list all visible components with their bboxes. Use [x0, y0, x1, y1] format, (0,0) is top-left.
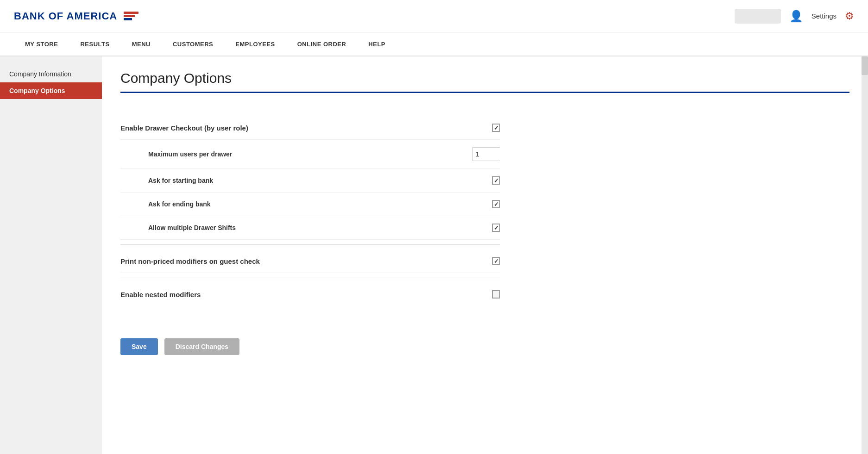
ask-ending-bank-checkbox[interactable] — [492, 200, 500, 208]
logo-text: BANK OF AMERICA — [14, 10, 117, 22]
section-separator-2 — [120, 278, 500, 278]
content-area: Company Options Enable Drawer Checkout (… — [102, 56, 868, 454]
discard-button[interactable]: Discard Changes — [164, 338, 239, 355]
section-separator-1 — [120, 244, 500, 245]
sidebar-item-company-options[interactable]: Company Options — [0, 82, 102, 99]
nav-item-customers[interactable]: CUSTOMERS — [162, 32, 224, 56]
main-nav: MY STORE RESULTS MENU CUSTOMERS EMPLOYEE… — [0, 32, 868, 56]
allow-multiple-shifts-checkbox[interactable] — [492, 224, 500, 232]
print-modifiers-label: Print non-priced modifiers on guest chec… — [120, 257, 260, 265]
ask-starting-bank-label: Ask for starting bank — [120, 177, 213, 184]
ask-starting-bank-control — [492, 176, 500, 185]
main-layout: Company Information Company Options Comp… — [0, 56, 868, 454]
gear-icon[interactable]: ⚙ — [845, 10, 854, 22]
option-row-allow-multiple-shifts: Allow multiple Drawer Shifts — [120, 216, 500, 240]
nav-item-employees[interactable]: EMPLOYEES — [224, 32, 286, 56]
ask-ending-bank-control — [492, 200, 500, 208]
flag-stripe-red — [124, 12, 138, 14]
nav-item-help[interactable]: HELP — [357, 32, 396, 56]
nested-modifiers-label: Enable nested modifiers — [120, 291, 201, 299]
option-row-enable-drawer-checkout: Enable Drawer Checkout (by user role) — [120, 116, 500, 140]
action-bar: Save Discard Changes — [120, 324, 849, 360]
nav-item-online-order[interactable]: ONLINE ORDER — [286, 32, 358, 56]
max-users-control — [472, 147, 500, 161]
allow-multiple-shifts-label: Allow multiple Drawer Shifts — [120, 224, 236, 231]
header-right: 👤 Settings ⚙ — [735, 9, 854, 24]
user-icon[interactable]: 👤 — [789, 10, 803, 23]
enable-drawer-checkout-label: Enable Drawer Checkout (by user role) — [120, 124, 248, 132]
sidebar: Company Information Company Options — [0, 56, 102, 454]
scroll-thumb[interactable] — [862, 56, 868, 75]
flag-stripe-blue — [124, 18, 132, 20]
option-row-print-modifiers: Print non-priced modifiers on guest chec… — [120, 249, 500, 273]
option-row-ask-starting-bank: Ask for starting bank — [120, 169, 500, 193]
nav-item-my-store[interactable]: MY STORE — [14, 32, 69, 56]
page-title: Company Options — [120, 70, 849, 86]
option-row-max-users: Maximum users per drawer — [120, 140, 500, 169]
ask-ending-bank-label: Ask for ending bank — [120, 200, 211, 208]
header-search-box[interactable] — [735, 9, 781, 24]
print-modifiers-control — [492, 257, 500, 265]
nav-item-menu[interactable]: MENU — [121, 32, 162, 56]
save-button[interactable]: Save — [120, 338, 158, 355]
logo: BANK OF AMERICA — [14, 10, 138, 22]
settings-label[interactable]: Settings — [811, 12, 837, 20]
max-users-label: Maximum users per drawer — [120, 150, 232, 158]
enable-drawer-checkout-checkbox[interactable] — [492, 124, 500, 132]
nav-item-results[interactable]: RESULTS — [69, 32, 120, 56]
options-section: Enable Drawer Checkout (by user role) Ma… — [120, 107, 500, 315]
header: BANK OF AMERICA 👤 Settings ⚙ — [0, 0, 868, 32]
max-users-input[interactable] — [472, 147, 500, 161]
option-row-ask-ending-bank: Ask for ending bank — [120, 193, 500, 216]
flag-stripe-red2 — [124, 15, 135, 17]
scroll-track — [862, 56, 868, 454]
title-divider — [120, 92, 849, 93]
enable-drawer-checkout-control — [492, 124, 500, 132]
option-row-nested-modifiers: Enable nested modifiers — [120, 283, 500, 306]
nested-modifiers-control — [492, 290, 500, 299]
logo-flag — [124, 12, 138, 20]
sidebar-item-company-information[interactable]: Company Information — [0, 66, 102, 82]
allow-multiple-shifts-control — [492, 224, 500, 232]
nested-modifiers-checkbox[interactable] — [492, 290, 500, 299]
print-modifiers-checkbox[interactable] — [492, 257, 500, 265]
ask-starting-bank-checkbox[interactable] — [492, 176, 500, 185]
